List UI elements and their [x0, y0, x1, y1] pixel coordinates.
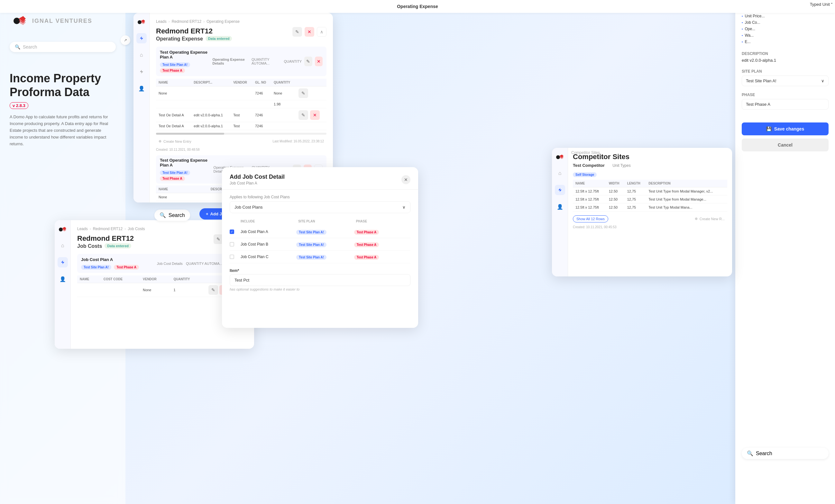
row1-site-tag: Test Site Plan A!	[296, 230, 326, 235]
jc-bc-redmond[interactable]: Redmond ERT12	[93, 227, 123, 231]
comp-create-new[interactable]: ⊕ Create New R...	[692, 215, 727, 223]
nav-flash2-icon[interactable]	[136, 66, 147, 77]
comp-row-3: 12.5ft x 12.75ft 12.50 12,75 Test Unit T…	[573, 204, 727, 211]
search-placeholder: Search	[23, 44, 37, 49]
unit-type-item-6: • E...	[742, 39, 829, 45]
edit-button[interactable]: ✎	[292, 27, 302, 37]
item-input[interactable]: Test Pct	[230, 274, 410, 286]
sidebar-collapse-button[interactable]: ↗	[121, 35, 130, 45]
nav-home-icon[interactable]: ⌂	[136, 50, 147, 60]
description-label: Description	[742, 51, 829, 56]
cell-vendor	[231, 86, 252, 100]
row1-checkbox[interactable]: ✓	[230, 230, 234, 234]
plan-b-tag-site: Test Site Plan A!	[160, 170, 190, 175]
modal-close-button[interactable]: ✕	[402, 175, 410, 184]
row2-checkbox[interactable]	[230, 242, 234, 247]
sidebar-logo: IGNAL VENTURES	[9, 13, 116, 29]
jc-nav-users[interactable]: 👤	[58, 274, 68, 284]
site-plan-select[interactable]: Test Site Plan A! ∨	[742, 76, 829, 86]
jc-plan-title: Job Cost Plan A	[81, 257, 140, 262]
cell-edit[interactable]: ✎	[296, 86, 326, 100]
jc-row-edit[interactable]: ✎	[208, 285, 218, 295]
save-changes-button[interactable]: 💾 Save changes	[742, 123, 829, 135]
bottom-search-bar[interactable]: 🔍 Search	[155, 210, 190, 221]
sidebar-search[interactable]: 🔍 Search	[9, 42, 116, 52]
comp-nav-home[interactable]: ⌂	[555, 168, 565, 178]
modal-row-2: Job Cost Plan B Test Site Plan A! Test P…	[230, 238, 410, 251]
cell-none: None	[156, 193, 208, 201]
svg-point-1	[138, 20, 142, 24]
row3-checkbox[interactable]	[230, 255, 234, 259]
breadcrumb-section[interactable]: Operating Expense	[206, 19, 240, 24]
comp-width-1: 12.50	[606, 187, 625, 195]
comp-timestamp: Created: 10.11.2021, 00:45:53	[573, 225, 727, 229]
comp-name-3: 12.5ft x 12.75ft	[573, 204, 606, 211]
nav-users-icon[interactable]: 👤	[136, 83, 147, 93]
expense-table-a: NAME DESCRIPT... VENDOR GL. NO QUANTITY …	[156, 79, 326, 130]
app-title-section: Income Property Proforma Data v 2.8.3 A …	[9, 71, 116, 147]
phase-select[interactable]: Test Phase A	[742, 99, 829, 110]
comp-col-length: LENGTH	[625, 180, 646, 187]
comp-col-width: WIDTH	[606, 180, 625, 187]
cell-descript	[191, 86, 231, 100]
scrollbar-x[interactable]	[156, 133, 326, 135]
row2-phase-tag: Test Phase A	[354, 243, 379, 247]
create-new-entry-btn[interactable]: ⊕ Create New Entry Last Modified: 16.05.…	[156, 137, 326, 145]
breadcrumb-redmond[interactable]: Redmond ERT12	[172, 19, 202, 24]
app-title: Income Property Proforma Data	[9, 71, 116, 99]
cell-quantity	[271, 122, 296, 130]
jc-nav-home[interactable]: ⌂	[58, 240, 68, 251]
jc-bc-section[interactable]: Job Costs	[128, 227, 145, 231]
comp-nav-flash[interactable]	[555, 185, 565, 195]
job-cost-plans-dropdown[interactable]: Job Cost Plans ∨	[230, 201, 410, 213]
panel-title: Redmond ERT12	[156, 27, 232, 35]
breadcrumb-leads[interactable]: Leads	[156, 19, 167, 24]
row2-name: Job Cost Plan B	[239, 241, 295, 248]
comp-desc-3: Test Unit Typ Modal Mana...	[646, 204, 727, 211]
plan-edit-button[interactable]: ✎	[304, 57, 312, 66]
jc-bc-leads[interactable]: Leads	[77, 227, 88, 231]
plan-a-title: Test Operating Expense Plan A	[160, 50, 212, 60]
show-all-rows-button[interactable]: Show All 12 Rows	[573, 215, 608, 223]
cell-name	[156, 100, 191, 108]
panel-subtitle: Operating Expense	[156, 36, 203, 42]
jc-nav-flash[interactable]	[58, 257, 68, 268]
comp-col-name: NAME	[573, 180, 606, 187]
site-plan-header: Site plan	[296, 218, 352, 224]
job-costs-panel-nav: ⌂ 👤	[55, 220, 71, 349]
cell-descript: edit v2.0.0-alpha.1	[191, 122, 231, 130]
right-search[interactable]: 🔍 Search	[742, 448, 829, 459]
cell-glno: 7246	[252, 108, 271, 122]
comp-competitor-row: Test Competitor Unit Types	[573, 162, 727, 168]
right-search-icon: 🔍	[747, 450, 753, 457]
quantity-auto-label: QUANTITY AUTOMA...	[251, 58, 282, 65]
row-delete-btn[interactable]: ✕	[310, 110, 320, 120]
cell-quantity: None	[271, 86, 296, 100]
modal-col-headers: Include Site plan Phase	[230, 218, 410, 224]
comp-tags-row: Self Storage	[573, 171, 727, 177]
jc-subtitle: Job Costs	[77, 243, 102, 249]
cell-edit[interactable]	[296, 100, 326, 108]
delete-button[interactable]: ✕	[305, 27, 314, 37]
row3-phase-tag: Test Phase A	[354, 255, 379, 260]
nav-flash-icon[interactable]	[136, 33, 147, 43]
row-edit-btn[interactable]: ✎	[299, 88, 308, 98]
cell-name: Test Oe Detail A	[156, 108, 191, 122]
cancel-button[interactable]: Cancel	[742, 139, 829, 151]
plan-delete-button[interactable]: ✕	[315, 57, 323, 66]
row1-name: Job Cost Plan A	[239, 228, 295, 235]
timestamp: Created: 10.11.2021, 00:48:58	[156, 148, 326, 151]
unit-type-item-3: • Job Co...	[742, 19, 829, 26]
row-edit-btn2[interactable]: ✎	[299, 110, 308, 120]
cell-glno	[252, 100, 271, 108]
unit-type-item-4: • Ope...	[742, 26, 829, 32]
comp-width-3: 12.50	[606, 204, 625, 211]
comp-nav-users[interactable]: 👤	[555, 202, 565, 212]
comp-content: Competitor Sites Test Competitor Unit Ty…	[568, 148, 732, 234]
site-plan-section: Site Plan Test Site Plan A! ∨	[742, 69, 829, 86]
comp-table: NAME WIDTH LENGTH DESCRIPTION 12.5ft x 1…	[573, 180, 727, 211]
collapse-button[interactable]: ∧	[317, 27, 326, 37]
comp-breadcrumb-area: Competitor Sites	[571, 150, 600, 155]
panel-header: Redmond ERT12 Operating Expense Data ent…	[156, 27, 326, 42]
cell-descript: edit v2.0.0-alpha.1	[191, 108, 231, 122]
